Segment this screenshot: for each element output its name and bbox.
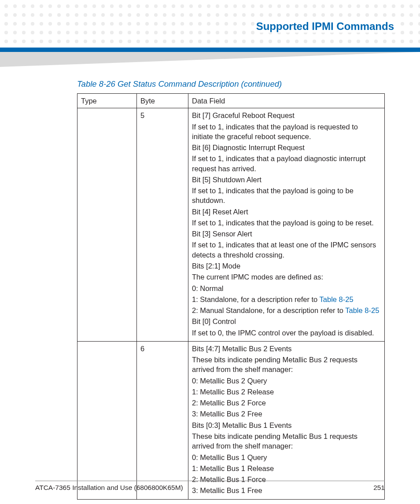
col-header-data-field: Data Field <box>188 94 385 108</box>
cross-reference-link[interactable]: Table 8-25 <box>320 295 354 303</box>
data-field-line: 2: Manual Standalone, for a description … <box>192 305 381 315</box>
footer-page-number: 251 <box>373 484 385 492</box>
data-field-line: 1: Standalone, for a description refer t… <box>192 294 381 304</box>
data-field-line: 1: Metallic Bus 2 Release <box>192 387 381 397</box>
data-field-line: Bits [4:7] Metallic Bus 2 Events <box>192 344 381 353</box>
data-field-line: 0: Normal <box>192 283 381 293</box>
cell-byte: 6 <box>137 341 188 499</box>
footer-doc-title: ATCA-7365 Installation and Use (6806800K… <box>35 484 183 492</box>
data-field-line: Bits [0:3] Metallic Bus 1 Events <box>192 420 381 430</box>
data-field-line: These bits indicate pending Metallic Bus… <box>192 355 381 375</box>
data-field-line: 0: Metallic Bus 2 Query <box>192 376 381 386</box>
data-field-line: If set to 1, indicates that the payload … <box>192 186 381 206</box>
table-caption: Table 8-26 Get Status Command Descriptio… <box>77 79 385 89</box>
command-description-table: Type Byte Data Field 5Bit [7] Graceful R… <box>77 93 385 500</box>
data-field-line: Bit [4] Reset Alert <box>192 207 381 217</box>
cell-type <box>77 341 137 499</box>
data-field-line: If set to 1, indicates that at least one… <box>192 240 381 260</box>
page-footer: ATCA-7365 Installation and Use (6806800K… <box>35 481 385 492</box>
cross-reference-link[interactable]: Table 8-25 <box>345 306 379 314</box>
data-field-line: 1: Metallic Bus 1 Release <box>192 464 381 473</box>
data-field-line: 2: Metallic Bus 2 Force <box>192 398 381 408</box>
svg-marker-0 <box>0 52 420 67</box>
data-field-line: Bit [6] Diagnostic Interrupt Request <box>192 143 381 152</box>
col-header-byte: Byte <box>137 94 188 108</box>
data-field-line: The current IPMC modes are defined as: <box>192 272 381 282</box>
data-field-line: Bit [3] Sensor Alert <box>192 229 381 239</box>
data-field-line: 3: Metallic Bus 2 Free <box>192 409 381 419</box>
data-field-line: Bit [5] Shutdown Alert <box>192 175 381 184</box>
page-header-title: Supported IPMI Commands <box>254 20 396 33</box>
table-row: 5Bit [7] Graceful Reboot RequestIf set t… <box>77 108 385 342</box>
table-row: 6Bits [4:7] Metallic Bus 2 EventsThese b… <box>77 341 385 499</box>
header-blue-bar <box>0 48 420 52</box>
page-content: Table 8-26 Get Status Command Descriptio… <box>77 79 385 500</box>
col-header-type: Type <box>77 94 137 108</box>
cell-type <box>77 108 137 342</box>
header-gray-wedge <box>0 52 420 67</box>
data-field-line: If set to 1, indicates that the payload … <box>192 218 381 228</box>
cell-data-field: Bits [4:7] Metallic Bus 2 EventsThese bi… <box>188 341 385 499</box>
data-field-line: 0: Metallic Bus 1 Query <box>192 452 381 462</box>
data-field-line: If set to 1, indicates that the payload … <box>192 122 381 142</box>
data-field-line: Bit [0] Control <box>192 316 381 326</box>
data-field-line: Bits [2:1] Mode <box>192 261 381 271</box>
cell-data-field: Bit [7] Graceful Reboot RequestIf set to… <box>188 108 385 342</box>
data-field-line: If set to 0, the IPMC control over the p… <box>192 328 381 338</box>
data-field-line: Bit [7] Graceful Reboot Request <box>192 110 381 120</box>
data-field-line: These bits indicate pending Metallic Bus… <box>192 431 381 451</box>
cell-byte: 5 <box>137 108 188 342</box>
data-field-line: If set to 1, indicates that a payload di… <box>192 154 381 173</box>
